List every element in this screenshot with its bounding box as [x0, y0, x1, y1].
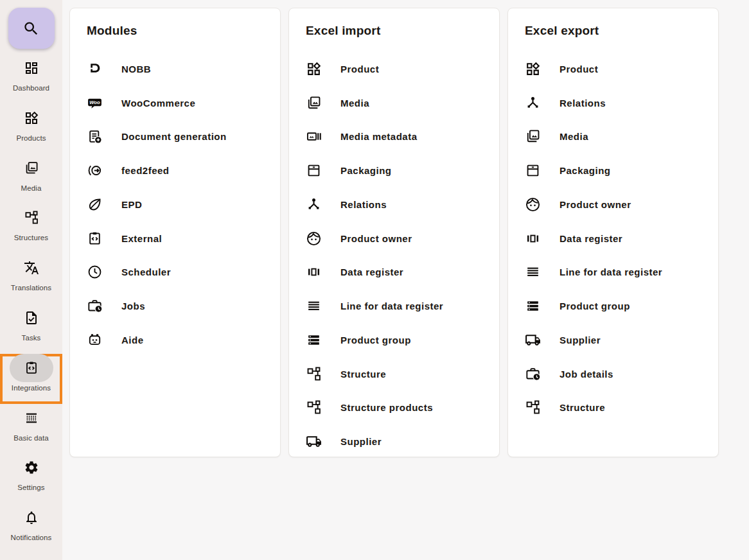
card-item-line-for-data-register[interactable]: Line for data register [508, 256, 718, 290]
truck-icon [525, 332, 541, 348]
card-item-label: Product [560, 64, 598, 74]
package-box-icon [306, 162, 322, 179]
card-item-external[interactable]: External [70, 222, 280, 256]
card-item-label: Product owner [340, 233, 412, 244]
card-title: Excel export [525, 24, 718, 38]
sidebar-item-basic-data[interactable]: Basic data [0, 404, 62, 454]
sidebar-item-tasks[interactable]: Tasks [0, 304, 62, 354]
sidebar-item-pill [10, 104, 53, 132]
media-stack-icon [24, 161, 39, 176]
card-item-label: Relations [560, 98, 606, 109]
card-item-label: Product group [340, 335, 411, 346]
sidebar-item-integrations[interactable]: Integrations [0, 354, 62, 404]
card-item-epd[interactable]: EPD [70, 188, 280, 222]
sidebar-item-label: Integrations [12, 384, 51, 392]
card-item-woocommerce[interactable]: WooCommerce [70, 86, 280, 120]
card-item-aide[interactable]: Aide [70, 323, 280, 357]
dashboard-icon [24, 60, 39, 76]
card-item-relations[interactable]: Relations [508, 86, 718, 120]
card-item-label: Line for data register [340, 301, 443, 311]
robot-icon [87, 332, 103, 348]
truck-icon [306, 433, 322, 450]
card-item-label: NOBB [121, 64, 151, 74]
card-item-supplier[interactable]: Supplier [289, 424, 499, 459]
card-item-label: Packaging [340, 165, 392, 176]
card-rows: Product Relations Media Packaging Produc… [508, 52, 718, 424]
main-content: Modules NOBB WooCommerce Document genera… [62, 0, 749, 560]
sidebar-item-pill [10, 54, 53, 82]
data-register-icon [525, 231, 541, 247]
clipboard-code-icon [87, 231, 103, 247]
translate-icon [24, 260, 39, 276]
card-item-product-group[interactable]: Product group [289, 323, 499, 357]
relations-icon [306, 197, 322, 213]
card-item-product-group[interactable]: Product group [508, 289, 718, 323]
card-item-media[interactable]: Media [508, 120, 718, 154]
card-item-packaging[interactable]: Packaging [508, 153, 718, 188]
card-item-structure[interactable]: Structure [289, 357, 499, 391]
card-item-packaging[interactable]: Packaging [289, 153, 499, 188]
sidebar-item-structures[interactable]: Structures [0, 204, 62, 254]
card-item-data-register[interactable]: Data register [508, 222, 718, 256]
card-item-product[interactable]: Product [508, 52, 718, 86]
widgets-icon [306, 61, 322, 77]
card-item-label: Jobs [121, 301, 145, 311]
card-item-label: Line for data register [560, 267, 662, 277]
card-item-job-details[interactable]: Job details [508, 357, 718, 391]
sidebar-item-pill [10, 453, 53, 482]
sidebar-nav: Dashboard Products Media Structures Tran… [0, 54, 62, 554]
card-item-scheduler[interactable]: Scheduler [70, 256, 280, 290]
sidebar-item-label: Structures [14, 234, 48, 241]
media-stack-icon [525, 128, 541, 144]
card-item-structure[interactable]: Structure [508, 391, 718, 425]
card-item-media[interactable]: Media [289, 86, 499, 120]
sidebar-item-products[interactable]: Products [0, 104, 62, 154]
sidebar-item-media[interactable]: Media [0, 154, 62, 204]
card-item-media-metadata[interactable]: Media metadata [289, 120, 499, 154]
card-item-jobs[interactable]: Jobs [70, 289, 280, 323]
structure-icon [24, 210, 39, 225]
widgets-icon [24, 110, 39, 126]
card-item-relations[interactable]: Relations [289, 188, 499, 222]
card-item-label: Structure products [340, 402, 433, 413]
card-excel-import: Excel import Product Media Media metadat… [288, 8, 500, 457]
briefcase-clock-icon [525, 366, 541, 382]
sidebar-item-label: Settings [17, 484, 44, 491]
card-item-data-register[interactable]: Data register [289, 256, 499, 290]
sidebar-item-pill [10, 503, 53, 532]
sidebar-item-notifications[interactable]: Notifications [0, 503, 62, 554]
task-check-icon [24, 310, 39, 326]
card-item-supplier[interactable]: Supplier [508, 323, 718, 357]
search-button[interactable] [8, 8, 55, 49]
media-metadata-icon [306, 128, 322, 144]
nobb-logo-icon [87, 61, 103, 77]
card-item-label: Product group [560, 301, 630, 311]
sidebar-item-pill [10, 204, 53, 232]
card-item-product[interactable]: Product [289, 52, 499, 86]
sidebar-item-translations[interactable]: Translations [0, 254, 62, 304]
card-item-product-owner[interactable]: Product owner [289, 222, 499, 256]
card-item-label: Product owner [560, 199, 631, 210]
briefcase-clock-icon [87, 298, 103, 314]
sidebar-item-label: Tasks [22, 334, 41, 342]
card-item-line-for-data-register[interactable]: Line for data register [289, 289, 499, 323]
structure-icon [306, 366, 322, 382]
sidebar-item-dashboard[interactable]: Dashboard [0, 54, 62, 104]
card-item-label: Supplier [560, 335, 601, 346]
card-item-product-owner[interactable]: Product owner [508, 188, 718, 222]
card-item-nobb[interactable]: NOBB [70, 52, 280, 86]
sidebar: Dashboard Products Media Structures Tran… [0, 0, 62, 560]
card-item-label: Structure [340, 369, 386, 380]
sidebar-item-label: Products [16, 134, 46, 142]
face-icon [525, 197, 541, 213]
card-item-structure-products[interactable]: Structure products [289, 391, 499, 425]
card-item-label: Aide [121, 335, 144, 346]
card-item-label: Media metadata [340, 131, 418, 142]
card-title: Excel import [306, 24, 499, 38]
sidebar-item-settings[interactable]: Settings [0, 453, 62, 503]
widgets-icon [525, 61, 541, 77]
card-item-document-generation[interactable]: Document generation [70, 120, 280, 154]
sidebar-item-label: Translations [11, 284, 51, 292]
card-item-feed2feed[interactable]: feed2feed [70, 153, 280, 188]
media-stack-icon [306, 95, 322, 111]
